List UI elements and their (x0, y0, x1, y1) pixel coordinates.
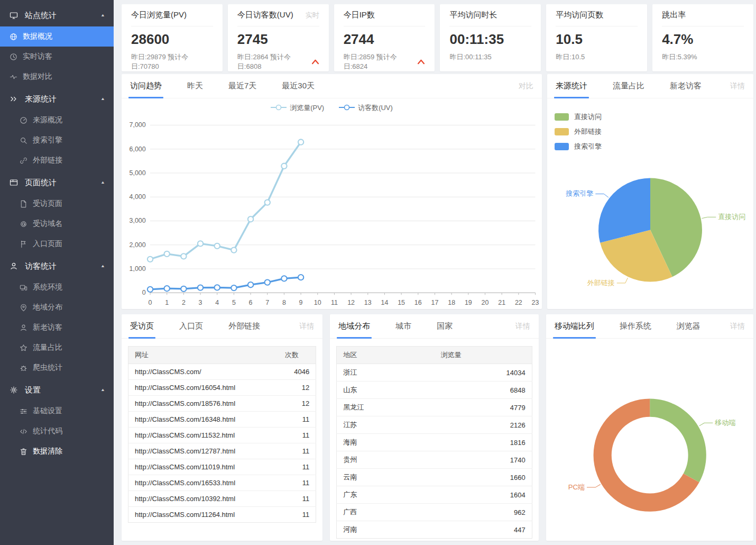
count-cell: 962 (434, 504, 532, 521)
stat-card-head: 今日浏览量(PV) (131, 4, 213, 26)
trend-action-link[interactable]: 对比 (519, 74, 533, 98)
svg-text:3,000: 3,000 (130, 217, 146, 225)
tab-source-1[interactable]: 流量占比 (613, 74, 644, 98)
sidebar-item-3-3[interactable]: 流量占比 (0, 338, 114, 358)
legend-symbol (339, 104, 355, 112)
svg-text:1: 1 (165, 299, 169, 306)
devices-icon (20, 284, 27, 292)
visited-action-link[interactable]: 详情 (299, 314, 314, 338)
sidebar-item-0-0[interactable]: 数据概况 (0, 26, 114, 47)
slice-label: 移动端 (714, 419, 735, 426)
svg-text:1,000: 1,000 (130, 265, 146, 272)
sidebar-item-3-1[interactable]: 地域分布 (0, 297, 114, 317)
globe-icon (10, 33, 17, 41)
stat-card-sub: 昨日:5.39% (662, 52, 744, 62)
sidebar-item-0-1[interactable]: 实时访客 (0, 47, 114, 67)
tab-mobile-2[interactable]: 浏览器 (677, 314, 700, 338)
tab-visited-1[interactable]: 入口页 (179, 314, 203, 338)
sidebar-item-4-2[interactable]: 数据清除 (0, 441, 114, 461)
tab-trend-1[interactable]: 昨天 (187, 74, 203, 98)
mobile-tabs: 移动端比列操作系统浏览器 (555, 314, 730, 338)
url-cell: http://ClassCMS.com/16054.html (128, 380, 279, 396)
count-cell: 11 (279, 443, 316, 459)
visited-pages-panel: 受访页入口页外部链接详情 网址次数http://ClassCMS.com/404… (122, 314, 322, 541)
collapse-arrow-icon: ▲ (100, 264, 105, 268)
source-action-link[interactable]: 详情 (730, 74, 745, 98)
svg-text:7: 7 (265, 299, 269, 306)
sidebar-item-2-0[interactable]: 受访页面 (0, 194, 114, 214)
region-action-link[interactable]: 详情 (515, 314, 530, 338)
count-cell: 12 (279, 396, 316, 412)
legend-item-1[interactable]: 访客数(UV) (339, 103, 393, 113)
sidebar-item-label: 基础设置 (33, 406, 62, 416)
tab-source-2[interactable]: 新老访客 (670, 74, 702, 98)
source-legend-item-0[interactable]: 直接访问 (555, 112, 753, 122)
svg-text:11: 11 (331, 299, 338, 306)
sidebar-item-2-1[interactable]: 受访域名 (0, 214, 114, 234)
legend-label: 外部链接 (574, 127, 602, 137)
tab-source-0[interactable]: 来源统计 (556, 74, 587, 98)
sidebar-item-4-1[interactable]: 统计代码 (0, 421, 114, 441)
sidebar-item-3-0[interactable]: 系统环境 (0, 277, 114, 297)
star-icon (20, 344, 27, 352)
sidebar-group-3[interactable]: 访客统计▲ (0, 255, 114, 277)
region-panel-head: 地域分布城市国家详情 (330, 314, 538, 339)
legend-swatch (555, 113, 569, 121)
tab-region-0[interactable]: 地域分布 (338, 314, 370, 338)
sidebar-item-label: 受访页面 (33, 199, 62, 208)
tab-mobile-1[interactable]: 操作系统 (620, 314, 651, 338)
sidebar-group-4[interactable]: 设置▲ (0, 379, 114, 401)
region-cell: 云南 (337, 469, 435, 486)
stat-card-1: 今日访客数(UV)实时2745昨日:2864 预计今日:6808 (228, 4, 329, 71)
tab-mobile-0[interactable]: 移动端比列 (555, 314, 594, 338)
data-table: 网址次数http://ClassCMS.com/4046http://Class… (128, 346, 316, 523)
table-row: 浙江14034 (337, 364, 532, 382)
sidebar-item-1-0[interactable]: 来源概况 (0, 110, 114, 130)
sidebar-item-3-4[interactable]: 爬虫统计 (0, 358, 114, 378)
sidebar-item-1-2[interactable]: 外部链接 (0, 150, 114, 170)
table-row: http://ClassCMS.com/16533.html11 (128, 475, 316, 491)
sidebar-item-1-1[interactable]: 搜索引擎 (0, 130, 114, 150)
tab-trend-0[interactable]: 访问趋势 (130, 74, 162, 98)
svg-text:7,000: 7,000 (130, 122, 146, 129)
source-legend-item-1[interactable]: 外部链接 (555, 127, 753, 137)
sidebar-nav: 站点统计▲数据概况实时访客数据对比来源统计▲来源概况搜索引擎外部链接页面统计▲受… (0, 4, 114, 461)
svg-text:2,000: 2,000 (130, 241, 146, 249)
sidebar-group-0[interactable]: 站点统计▲ (0, 4, 114, 26)
stat-card-4: 平均访问页数10.5昨日:10.5 (546, 4, 647, 71)
tab-visited-2[interactable]: 外部链接 (228, 314, 260, 338)
sidebar-item-label: 入口页面 (33, 239, 62, 249)
sidebar-item-4-0[interactable]: 基础设置 (0, 401, 114, 421)
table-row: http://ClassCMS.com/11264.html11 (128, 507, 316, 523)
tab-trend-3[interactable]: 最近30天 (282, 74, 315, 98)
sidebar-group-2[interactable]: 页面统计▲ (0, 171, 114, 194)
svg-text:15: 15 (398, 299, 405, 306)
stat-card-title: 跳出率 (662, 10, 686, 20)
link-icon (20, 157, 27, 165)
sidebar-item-0-2[interactable]: 数据对比 (0, 67, 114, 87)
slice-移动端 (650, 399, 706, 483)
tab-visited-0[interactable]: 受访页 (130, 314, 154, 338)
stat-card-sub-text: 昨日:2864 预计今日:6808 (237, 52, 307, 71)
count-cell: 447 (434, 521, 532, 539)
data-table: 地区浏览量浙江14034山东6848黑龙江4779江苏2126海南1816贵州1… (336, 346, 532, 539)
legend-item-0[interactable]: 浏览量(PV) (271, 103, 324, 113)
stat-card-value: 28600 (131, 31, 213, 48)
sidebar-item-2-2[interactable]: 入口页面 (0, 234, 114, 254)
mobile-action-link[interactable]: 详情 (730, 314, 745, 338)
tab-region-1[interactable]: 城市 (395, 314, 411, 338)
stat-card-title: 平均访问时长 (449, 10, 497, 20)
window-icon (10, 178, 18, 187)
sidebar-item-3-2[interactable]: 新老访客 (0, 317, 114, 338)
table-row: http://ClassCMS.com/10392.html11 (128, 491, 316, 507)
tab-region-2[interactable]: 国家 (437, 314, 453, 338)
col-header: 次数 (279, 347, 316, 364)
count-cell: 1660 (434, 469, 532, 486)
sidebar-group-label: 站点统计 (25, 11, 100, 21)
visited-panel-head: 受访页入口页外部链接详情 (122, 314, 322, 339)
tab-trend-2[interactable]: 最近7天 (228, 74, 256, 98)
sidebar-group-1[interactable]: 来源统计▲ (0, 88, 114, 110)
source-legend-item-2[interactable]: 搜索引擎 (555, 142, 753, 151)
bottom-row: 受访页入口页外部链接详情 网址次数http://ClassCMS.com/404… (122, 314, 753, 541)
collapse-arrow-icon: ▲ (100, 97, 105, 101)
